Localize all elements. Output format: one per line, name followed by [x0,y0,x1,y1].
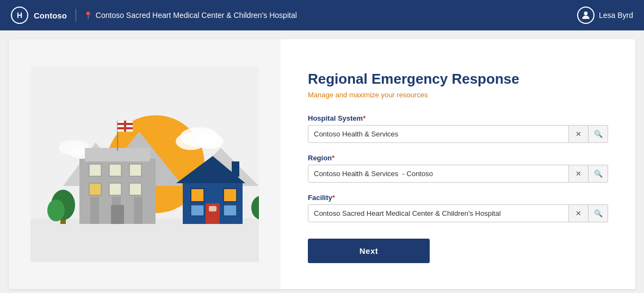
svg-rect-33 [191,205,204,216]
header-divider [76,9,76,22]
region-field: Region* ✕ 🔍 [308,154,608,183]
svg-rect-18 [109,164,121,176]
svg-rect-34 [224,205,237,216]
facility-input[interactable] [308,205,568,222]
main-container: Regional Emergency Response Manage and m… [9,39,635,289]
svg-rect-20 [89,183,101,195]
hospital-system-search-button[interactable]: 🔍 [588,126,608,142]
next-button[interactable]: Next [308,239,430,263]
facility-input-row: ✕ 🔍 [308,204,608,222]
svg-rect-17 [89,164,101,176]
svg-rect-11 [30,219,259,262]
form-subtitle: Manage and maximize your resources [308,91,608,99]
svg-rect-36 [209,206,216,211]
region-input-row: ✕ 🔍 [308,165,608,183]
svg-rect-23 [111,205,124,224]
svg-rect-22 [129,183,141,195]
svg-point-40 [47,200,65,221]
svg-rect-37 [232,161,239,177]
region-clear-button[interactable]: ✕ [568,165,588,182]
svg-rect-19 [129,164,141,176]
hospital-system-clear-button[interactable]: ✕ [568,126,588,142]
region-input[interactable] [308,165,568,182]
facility-name: Contoso Sacred Heart Medical Center & Ch… [96,11,577,20]
app-header: H Contoso 📍 Contoso Sacred Heart Medical… [0,0,644,30]
facility-search-button[interactable]: 🔍 [588,205,608,222]
form-title: Regional Emergency Response [308,71,608,88]
svg-rect-32 [224,189,237,202]
region-search-button[interactable]: 🔍 [588,165,608,182]
hospital-illustration [30,66,259,262]
facility-field: Facility* ✕ 🔍 [308,194,608,222]
form-panel: Regional Emergency Response Manage and m… [281,39,635,289]
username-label: Lesa Byrd [599,11,633,20]
svg-rect-28 [124,121,126,132]
user-avatar-icon [577,7,595,24]
user-section: Lesa Byrd [577,7,633,24]
hospital-system-field: Hospital System* ✕ 🔍 [308,114,608,143]
svg-rect-16 [134,197,143,224]
region-label: Region* [308,154,608,162]
brand-name: Contoso [34,11,67,20]
svg-rect-14 [90,197,99,224]
facility-label: Facility* [308,194,608,202]
illustration-panel [9,39,281,289]
hospital-system-label: Hospital System* [308,114,608,122]
hospital-system-input-row: ✕ 🔍 [308,125,608,143]
hospital-system-input[interactable] [308,126,568,142]
svg-rect-21 [109,183,121,195]
location-icon: 📍 [84,11,92,20]
app-logo-icon: H [11,7,28,24]
svg-point-0 [584,11,588,15]
facility-clear-button[interactable]: ✕ [568,205,588,222]
svg-point-8 [196,134,224,149]
svg-rect-31 [191,189,204,202]
